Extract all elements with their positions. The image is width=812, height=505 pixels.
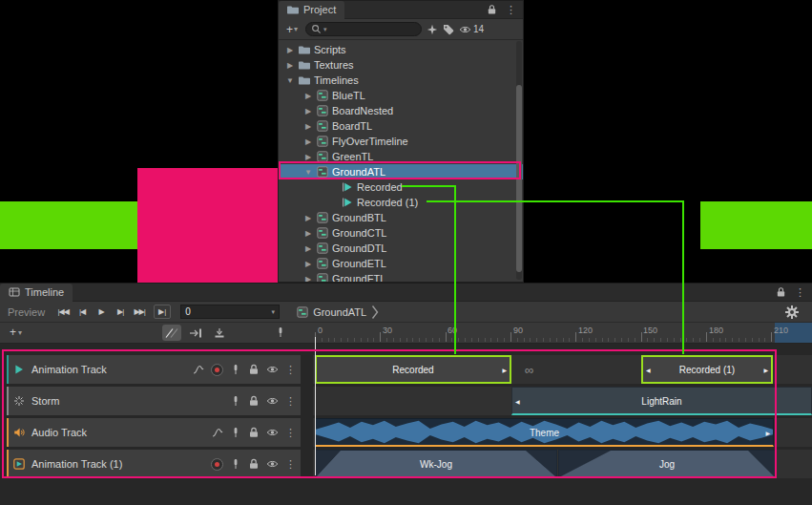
lock-icon[interactable]: [248, 427, 260, 438]
foldout-icon[interactable]: ▼: [303, 168, 313, 177]
search-by-type-button[interactable]: [427, 24, 438, 35]
breadcrumb-groundatl[interactable]: GroundATL: [297, 305, 379, 320]
foldout-icon[interactable]: ▶: [303, 275, 313, 284]
lock-icon[interactable]: [487, 4, 497, 15]
lock-icon[interactable]: [248, 395, 260, 407]
foldout-icon[interactable]: ▶: [303, 137, 313, 146]
clip-recorded-1[interactable]: ◀ Recorded (1) ▶: [641, 355, 773, 384]
tree-item-recorded-1[interactable]: Recorded (1): [279, 195, 523, 210]
foldout-icon[interactable]: ▼: [285, 76, 295, 85]
play-button[interactable]: ▶: [93, 305, 110, 318]
foldout-icon[interactable]: ▶: [303, 122, 313, 131]
marker-track-toggle[interactable]: [275, 326, 286, 338]
add-track-button[interactable]: + ▾: [10, 326, 22, 339]
previous-frame-button[interactable]: |◀: [73, 305, 91, 318]
folder-icon: [287, 4, 299, 15]
window-menu-icon[interactable]: ⋮: [795, 287, 805, 298]
curves-icon[interactable]: [193, 364, 204, 375]
goto-end-button[interactable]: ▶▶|: [131, 305, 148, 318]
track-header-storm[interactable]: Storm ⋮: [7, 387, 301, 415]
ripple-mode-button[interactable]: [186, 325, 205, 341]
preview-toggle[interactable]: Preview: [8, 306, 45, 318]
tree-item-scripts[interactable]: ▶ Scripts: [279, 42, 523, 57]
hidden-packages-toggle[interactable]: 14: [459, 24, 484, 35]
project-search-field[interactable]: ▾: [305, 22, 422, 36]
eye-icon[interactable]: [266, 427, 279, 438]
foldout-icon[interactable]: ▶: [303, 153, 313, 161]
foldout-icon[interactable]: ▶: [285, 46, 295, 54]
timeline-ruler[interactable]: 0 30 60 90 120 150 180 210: [313, 323, 812, 343]
tree-item-groundetl[interactable]: ▶ GroundETL: [279, 256, 523, 271]
track-menu-icon[interactable]: ⋮: [285, 365, 296, 375]
tab-project[interactable]: Project: [279, 1, 344, 19]
tree-item-textures[interactable]: ▶ Textures: [279, 57, 523, 73]
frame-field[interactable]: 0 ▾: [180, 305, 280, 319]
timeline-asset-icon: [317, 120, 328, 132]
playhead[interactable]: [315, 337, 316, 475]
track-header-animation-track[interactable]: Animation Track ⋮: [7, 355, 301, 384]
replace-mode-button[interactable]: [210, 325, 229, 341]
tree-item-greentl[interactable]: ▶ GreenTL: [279, 149, 523, 164]
tree-item-bluetl[interactable]: ▶ BlueTL: [279, 88, 523, 103]
tree-item-flyovertimeline[interactable]: ▶ FlyOverTimeline: [279, 134, 523, 149]
clip-jog[interactable]: Jog: [558, 450, 776, 478]
mix-mode-button[interactable]: [162, 325, 181, 341]
record-button[interactable]: [211, 458, 223, 471]
create-asset-button[interactable]: + ▾: [283, 22, 301, 37]
lock-icon[interactable]: [776, 286, 786, 298]
track-menu-icon[interactable]: ⋮: [285, 459, 296, 470]
tree-item-groundbtl[interactable]: ▶ GroundBTL: [279, 210, 523, 225]
pin-icon[interactable]: [230, 395, 241, 407]
search-by-label-button[interactable]: [443, 24, 454, 35]
foldout-icon[interactable]: ▶: [303, 92, 313, 100]
foldout-icon[interactable]: ▶: [285, 61, 295, 70]
record-button[interactable]: [211, 364, 223, 376]
track-menu-icon[interactable]: ⋮: [285, 396, 296, 407]
play-range-toggle[interactable]: ▶|: [154, 305, 171, 319]
search-input[interactable]: [329, 24, 416, 34]
clip-recorded[interactable]: Recorded ▶: [315, 355, 511, 384]
lock-icon[interactable]: [248, 364, 260, 375]
track-header-animation-track-1[interactable]: Animation Track (1) ⋮: [7, 450, 301, 478]
tree-item-boardtl[interactable]: ▶ BoardTL: [279, 118, 523, 134]
tree-item-boardnested[interactable]: ▶ BoardNested: [279, 103, 523, 118]
tree-item-timelines[interactable]: ▼ Timelines: [279, 73, 523, 88]
eye-icon[interactable]: [266, 395, 279, 407]
curves-icon[interactable]: [212, 427, 223, 438]
clip-theme[interactable]: Theme ▶: [315, 418, 774, 447]
tree-item-groundatl[interactable]: ▼ GroundATL: [279, 164, 523, 179]
tree-item-groundctl[interactable]: ▶ GroundCTL: [279, 225, 523, 241]
eye-icon[interactable]: [266, 458, 279, 470]
pin-icon: [275, 326, 286, 338]
eye-icon[interactable]: [266, 364, 279, 375]
foldout-icon[interactable]: ▶: [303, 107, 313, 116]
foldout-icon[interactable]: ▶: [303, 244, 313, 253]
animation-clip-icon: [342, 197, 353, 208]
foldout-icon[interactable]: ▶: [303, 260, 313, 268]
pin-icon[interactable]: [230, 364, 241, 375]
pin-icon[interactable]: [230, 427, 241, 438]
track-header-audio-track[interactable]: Audio Track ⋮: [7, 418, 301, 447]
scrollbar-thumb[interactable]: [516, 85, 522, 272]
goto-start-button[interactable]: |◀◀: [54, 305, 72, 318]
pin-icon[interactable]: [230, 458, 241, 470]
track-menu-icon[interactable]: ⋮: [285, 428, 296, 438]
scrollbar[interactable]: [516, 41, 522, 280]
tree-item-grounddtl[interactable]: ▶ GroundDTL: [279, 241, 523, 256]
clip-lightrain[interactable]: ◀ LightRain: [511, 387, 812, 415]
clip-wk-jog[interactable]: Wk-Jog: [315, 450, 557, 478]
ruler-tick-label: 210: [774, 326, 788, 335]
window-menu-icon[interactable]: ⋮: [506, 5, 516, 15]
lock-icon[interactable]: [248, 458, 260, 470]
tree-item-recorded[interactable]: Recorded: [279, 179, 523, 195]
tree-item-groundftl[interactable]: ▶ GroundFTL: [279, 271, 523, 283]
settings-button[interactable]: [785, 305, 799, 319]
annotation-green-block-right: [700, 201, 812, 249]
chevron-right-icon: [371, 305, 379, 320]
tab-timeline[interactable]: Timeline: [0, 284, 73, 302]
timeline-asset-icon: [317, 105, 328, 116]
foldout-icon[interactable]: ▶: [303, 229, 313, 238]
clip-edge-left-icon: ◀: [515, 397, 520, 404]
foldout-icon[interactable]: ▶: [303, 214, 313, 222]
next-frame-button[interactable]: ▶|: [112, 305, 129, 318]
